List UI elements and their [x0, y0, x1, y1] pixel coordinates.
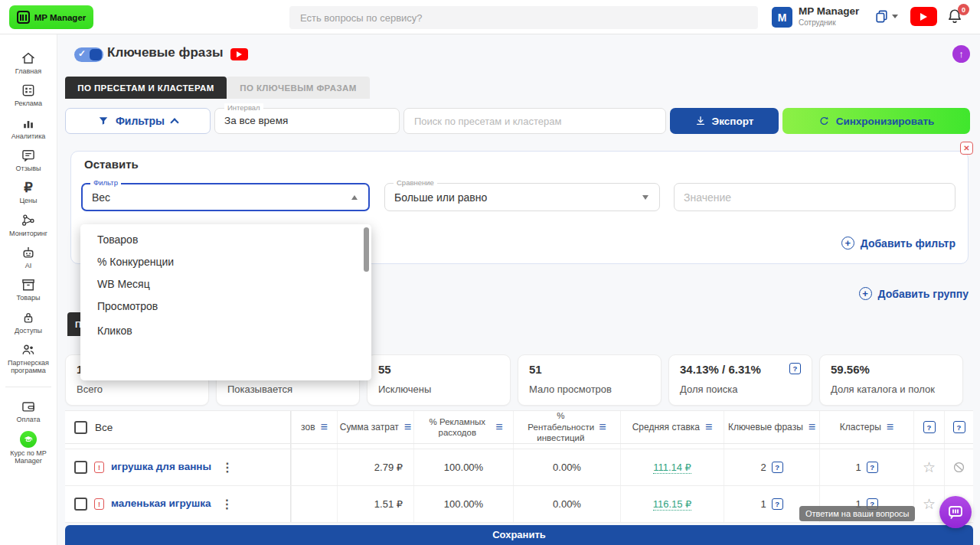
filters-button[interactable]: Фильтры	[65, 108, 211, 134]
app-root: MP Manager M MP Manager Сотрудник 0 Глав…	[0, 0, 980, 545]
help-icon[interactable]: ?	[953, 421, 965, 433]
dropdown-option-konkurencii[interactable]: % Конкуренции	[82, 250, 370, 272]
stat-card-search-share: 34.13% / 6.31% Доля поиска ?	[668, 354, 812, 406]
row-menu-button[interactable]: ⋮	[218, 497, 237, 511]
dropdown-option-wb-month[interactable]: WB Месяц	[82, 272, 370, 295]
ruble-icon: ₽	[24, 180, 32, 195]
sort-icon[interactable]: ≡	[887, 420, 893, 434]
tab-presets-clusters[interactable]: ПО ПРЕСЕТАМ И КЛАСТЕРАМ	[65, 77, 227, 99]
comparison-select[interactable]: Больше или равно	[384, 183, 660, 211]
help-icon[interactable]: ?	[789, 363, 801, 374]
sort-icon[interactable]: ≡	[495, 420, 502, 434]
logo-label: MP Manager	[34, 13, 87, 22]
toggle-knob	[90, 49, 102, 60]
warning-icon: !	[94, 462, 104, 473]
table-header-row: Все зов≡ Сумма затрат≡ % Рекламных расхо…	[65, 410, 973, 444]
presets-search-input[interactable]	[403, 108, 666, 134]
download-icon	[695, 116, 706, 126]
avg-bid-link[interactable]: 111.14 ₽	[653, 462, 691, 474]
dropdown-option-klikov[interactable]: Кликов	[82, 319, 370, 341]
sidebar-item-prices[interactable]: ₽ Цены	[1, 176, 56, 208]
keyword-phrases-toggle[interactable]: ✓	[74, 47, 103, 62]
lock-icon	[21, 310, 36, 325]
favorite-star-icon[interactable]: ☆	[923, 459, 936, 476]
triangle-up-icon	[351, 195, 358, 200]
tab-keyword-phrases[interactable]: ПО КЛЮЧЕВЫМ ФРАЗАМ	[227, 77, 370, 99]
value-input[interactable]	[674, 183, 956, 211]
close-icon[interactable]: ✕	[960, 142, 973, 155]
triangle-down-icon	[642, 195, 648, 200]
block-icon[interactable]	[952, 460, 966, 475]
sidebar-item-products[interactable]: Товары	[1, 273, 56, 305]
row-checkbox[interactable]	[74, 461, 87, 474]
sidebar-item-analytics[interactable]: Аналитика	[1, 112, 56, 144]
plus-circle-icon: +	[859, 287, 872, 300]
sidebar-item-ai[interactable]: AI	[1, 241, 56, 273]
preset-link[interactable]: игрушка для ванны	[111, 461, 211, 473]
export-button[interactable]: Экспорт	[670, 108, 779, 134]
help-icon[interactable]: ?	[867, 462, 878, 473]
help-icon[interactable]: ?	[772, 498, 783, 510]
copy-icon	[874, 9, 889, 24]
sort-icon[interactable]: ≡	[599, 420, 606, 434]
filter-field-label: Фильтр	[90, 178, 121, 187]
chevron-down-icon	[892, 15, 898, 18]
row-checkbox[interactable]	[74, 498, 87, 511]
title-youtube-icon[interactable]	[230, 48, 248, 60]
dropdown-scrollbar[interactable]	[364, 227, 369, 272]
help-icon[interactable]: ?	[923, 421, 936, 433]
funnel-icon	[98, 116, 109, 126]
row-menu-button[interactable]: ⋮	[218, 460, 237, 475]
help-search-input[interactable]	[289, 6, 758, 29]
avg-bid-link[interactable]: 116.15 ₽	[653, 498, 692, 511]
sidebar-divider	[5, 387, 51, 387]
sort-icon[interactable]: ≡	[321, 420, 328, 434]
wallet-icon	[21, 399, 36, 414]
account-switcher[interactable]	[874, 9, 898, 24]
sidebar-item-payment[interactable]: Оплата	[1, 395, 56, 427]
add-filter-link[interactable]: + Добавить фильтр	[841, 237, 956, 250]
save-button[interactable]: Сохранить	[65, 525, 973, 545]
col-clusters-label: Кластеры	[840, 422, 881, 432]
sidebar-item-partners[interactable]: Партнерская программа	[1, 338, 56, 379]
sidebar-item-ads[interactable]: Реклама	[1, 79, 56, 111]
help-icon[interactable]: ?	[772, 462, 783, 473]
chat-button[interactable]	[939, 496, 972, 528]
chat-bubble-icon	[946, 503, 965, 521]
select-all-checkbox[interactable]	[74, 421, 87, 434]
notifications-button[interactable]: 0	[946, 8, 966, 28]
check-icon: ✓	[78, 48, 86, 59]
dropdown-option-tovarov[interactable]: Товаров	[82, 228, 370, 250]
sync-button[interactable]: Синхронизировать	[782, 108, 970, 134]
sort-icon[interactable]: ≡	[404, 420, 411, 434]
scroll-top-button[interactable]: ↑	[952, 45, 970, 63]
preset-link[interactable]: маленькая игрушка	[111, 498, 211, 510]
sidebar-item-access[interactable]: Доступы	[1, 306, 56, 338]
sidebar-item-reviews[interactable]: Отзывы	[1, 144, 56, 176]
sidebar-item-home[interactable]: Главная	[1, 47, 56, 79]
filter-field-select[interactable]: Вес	[81, 183, 370, 211]
favorite-star-icon[interactable]: ☆	[923, 495, 936, 513]
partial-table-row	[65, 444, 973, 449]
top-header: MP Manager M MP Manager Сотрудник 0	[0, 0, 980, 34]
stat-card-low-views: 51 Мало просмотров	[518, 354, 662, 406]
user-role: Сотрудник	[799, 18, 836, 27]
sidebar: Главная Реклама Аналитика Отзывы ₽ Цены …	[0, 34, 57, 545]
dropdown-option-prosmotrov[interactable]: Просмотров	[82, 295, 370, 317]
col-partial-label: зов	[301, 422, 315, 432]
home-icon	[21, 51, 36, 66]
sort-icon[interactable]: ≡	[705, 420, 712, 434]
monitoring-icon	[21, 213, 36, 228]
sidebar-item-monitoring[interactable]: Мониторинг	[1, 209, 56, 241]
plus-circle-icon: +	[841, 237, 854, 250]
stat-card-catalog-share: 59.56% Доля каталога и полок	[819, 354, 963, 406]
stat-card-excluded: 55 Исключены	[367, 354, 511, 406]
add-group-link[interactable]: + Добавить группу	[859, 287, 969, 300]
sort-icon[interactable]: ≡	[808, 420, 815, 434]
logo-button[interactable]: MP Manager	[9, 5, 93, 29]
play-icon	[920, 13, 927, 21]
ads-icon	[21, 83, 36, 98]
youtube-button[interactable]	[910, 7, 937, 26]
avatar[interactable]: M	[772, 7, 792, 28]
sidebar-item-course[interactable]: Курс по MP Manager	[1, 427, 56, 469]
